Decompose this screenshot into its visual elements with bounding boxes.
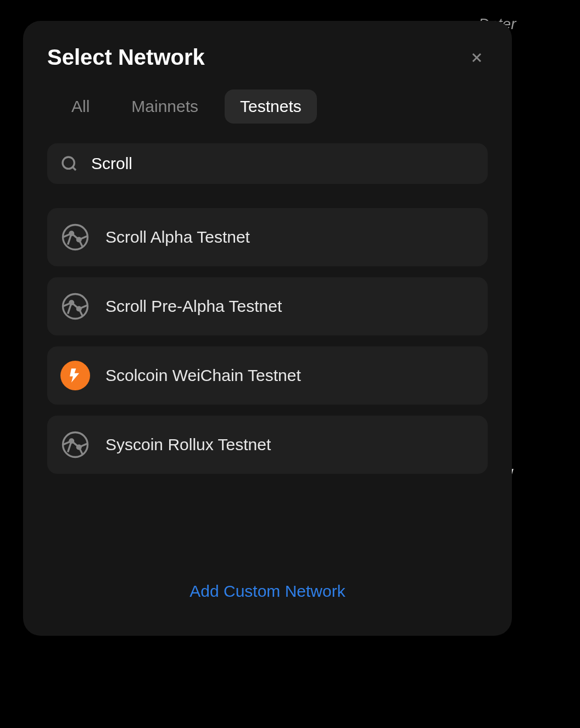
close-button[interactable] (466, 47, 488, 69)
tab-all[interactable]: All (56, 89, 105, 124)
scolcoin-icon (60, 361, 90, 390)
network-item-scroll-alpha[interactable]: Scroll Alpha Testnet (47, 208, 488, 266)
network-list: Scroll Alpha Testnet Scroll Pre-Alpha Te… (47, 208, 488, 571)
tab-mainnets[interactable]: Mainnets (116, 89, 214, 124)
search-icon (60, 155, 78, 172)
network-name-label: Syscoin Rollux Testnet (105, 435, 271, 454)
svg-line-3 (72, 167, 76, 170)
tabs-container: All Mainnets Testnets (47, 89, 488, 124)
modal-title: Select Network (47, 45, 205, 70)
tab-testnets[interactable]: Testnets (225, 89, 317, 124)
network-icon (60, 292, 90, 321)
network-item-syscoin[interactable]: Syscoin Rollux Testnet (47, 416, 488, 474)
network-item-scroll-prealpha[interactable]: Scroll Pre-Alpha Testnet (47, 277, 488, 335)
select-network-modal: Select Network All Mainnets Testnets (23, 21, 512, 636)
search-box[interactable] (47, 143, 488, 184)
network-icon (60, 222, 90, 252)
network-icon (60, 430, 90, 460)
network-name-label: Scolcoin WeiChain Testnet (105, 366, 301, 385)
network-item-scolcoin[interactable]: Scolcoin WeiChain Testnet (47, 346, 488, 405)
add-custom-network-button[interactable]: Add Custom Network (47, 571, 488, 612)
modal-header: Select Network (47, 45, 488, 70)
close-icon (469, 50, 484, 65)
network-name-label: Scroll Pre-Alpha Testnet (105, 297, 282, 316)
svg-point-2 (63, 157, 74, 169)
search-input[interactable] (91, 154, 475, 173)
network-name-label: Scroll Alpha Testnet (105, 228, 250, 247)
